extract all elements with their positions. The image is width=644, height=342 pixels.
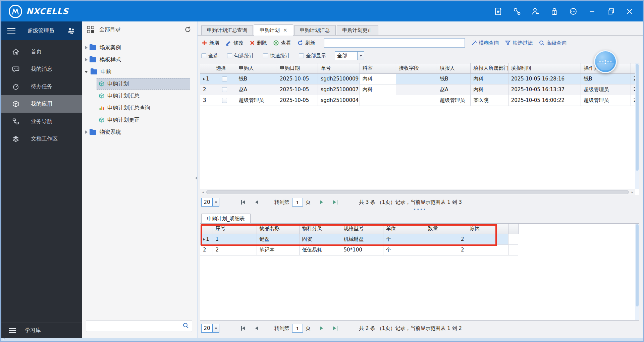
- tree-search-input[interactable]: [86, 321, 182, 332]
- horizontal-scrollbar[interactable]: ◂ ▸: [200, 189, 635, 195]
- chevron-down-icon[interactable]: [85, 71, 88, 73]
- sidebar-item-home[interactable]: 首页: [1, 43, 82, 60]
- more-options-icon[interactable]: [569, 7, 578, 16]
- key-settings-icon[interactable]: [513, 7, 521, 16]
- tab-purchase-plan[interactable]: 申购计划×: [254, 24, 293, 36]
- column-header-fill-time[interactable]: 填报时间: [508, 63, 581, 73]
- page-number-input[interactable]: [292, 324, 303, 333]
- add-button[interactable]: 新增: [201, 40, 219, 46]
- chevron-right-icon[interactable]: [85, 46, 88, 49]
- chevron-right-icon[interactable]: [85, 130, 88, 134]
- quick-search-input[interactable]: [324, 38, 465, 48]
- lock-icon[interactable]: 1: [550, 7, 559, 16]
- column-header-select[interactable]: 选择: [213, 63, 236, 73]
- page-number-input[interactable]: [292, 198, 303, 207]
- sidebar-item-business-nav[interactable]: 业务导航: [1, 113, 82, 130]
- column-header-department[interactable]: 科室: [360, 63, 396, 73]
- column-header-unit[interactable]: 单位: [383, 224, 425, 234]
- column-header-receive-field[interactable]: 接收字段: [396, 63, 437, 73]
- checkbox-icon[interactable]: [263, 53, 268, 58]
- table-row[interactable]: 2 2 笔记本 低值易耗 50*100 个 2: [200, 244, 518, 255]
- splitter-handle[interactable]: ····: [198, 208, 643, 212]
- dropdown-arrow-icon[interactable]: [357, 52, 364, 60]
- sidebar-item-doc-workspace[interactable]: 文档工作区: [1, 130, 82, 148]
- tab-purchase-plan-summary-query[interactable]: 申购计划汇总查询: [201, 25, 253, 35]
- tree-node-template-styles[interactable]: 模板样式: [82, 54, 197, 66]
- quick-stats-checkbox[interactable]: 快速统计: [263, 53, 290, 59]
- switch-role-icon[interactable]: [67, 26, 76, 35]
- table-row[interactable]: 1 钱B 2025-10-05 sgdh25100009 内科 钱B 内科 20…: [200, 73, 639, 84]
- checked-stats-checkbox[interactable]: 勾选统计: [227, 53, 254, 59]
- tree-node-purchase-plan-summary[interactable]: 申购计划汇总: [82, 90, 197, 102]
- scroll-right-icon[interactable]: ▸: [630, 189, 635, 195]
- vertical-scrollbar[interactable]: [635, 224, 639, 320]
- last-page-button[interactable]: [333, 326, 337, 331]
- tab-purchase-plan-correction[interactable]: 申购计划更正: [337, 25, 378, 35]
- advanced-query-button[interactable]: 高级查询: [539, 40, 567, 46]
- checkbox-icon[interactable]: [201, 53, 206, 58]
- column-header-applicant[interactable]: 申购人: [236, 63, 277, 73]
- sidebar-item-messages[interactable]: 我的消息: [1, 60, 82, 78]
- dropdown-arrow-icon[interactable]: [212, 324, 219, 332]
- restore-button[interactable]: [606, 7, 615, 16]
- page-size-select[interactable]: 20: [201, 198, 219, 207]
- filter-button[interactable]: 筛选过滤: [505, 40, 533, 46]
- refresh-button[interactable]: 刷新: [297, 40, 315, 46]
- row-checkbox[interactable]: [222, 98, 227, 103]
- column-header-seq[interactable]: 序号: [213, 224, 257, 234]
- close-button[interactable]: [625, 7, 634, 16]
- log-list-icon[interactable]: [494, 7, 502, 16]
- tree-node-purchase[interactable]: 申购: [82, 66, 197, 78]
- tree-node-material-system[interactable]: 物资系统: [82, 126, 197, 138]
- panel-collapse-icon[interactable]: [195, 176, 197, 180]
- table-row[interactable]: 2 赵A 2025-10-05 sgdh25100007 内科 赵A 内科 20…: [200, 84, 639, 95]
- search-icon[interactable]: [182, 322, 189, 330]
- next-page-button[interactable]: [320, 200, 323, 204]
- row-checkbox[interactable]: [222, 87, 227, 92]
- row-checkbox[interactable]: [222, 76, 227, 81]
- show-all-checkbox[interactable]: 全部显示: [299, 53, 326, 59]
- tree-node-purchase-plan-correction[interactable]: 申购计划更正: [82, 114, 197, 126]
- column-header-date[interactable]: 申购日期: [277, 63, 318, 73]
- page-size-select[interactable]: 20: [201, 324, 219, 333]
- select-all-checkbox[interactable]: 全选: [201, 53, 218, 59]
- prev-page-button[interactable]: [255, 326, 258, 330]
- sidebar-item-learning-library[interactable]: 学习库: [1, 323, 82, 338]
- table-row[interactable]: 3 超级管理员 2025-10-05 sgdh25100004 超级管理员 某医…: [200, 95, 639, 106]
- first-page-button[interactable]: [241, 326, 245, 331]
- column-header-material-type[interactable]: 物料分类: [299, 224, 341, 234]
- view-button[interactable]: 查看: [273, 40, 291, 46]
- scroll-left-icon[interactable]: ◂: [200, 189, 206, 195]
- resize-grip[interactable]: [3, 338, 5, 340]
- column-header-reason[interactable]: 原因: [467, 224, 508, 234]
- edit-button[interactable]: 修改: [225, 40, 244, 46]
- floating-clock-widget[interactable]: --:--: [594, 50, 617, 73]
- checkbox-icon[interactable]: [227, 53, 232, 58]
- delete-button[interactable]: 删除: [250, 40, 267, 46]
- tree-refresh-icon[interactable]: [184, 26, 192, 33]
- column-header-filler-dept[interactable]: 填报人所属部门: [471, 63, 508, 73]
- column-header-filler[interactable]: 填报人: [437, 63, 471, 73]
- tab-close-icon[interactable]: ×: [283, 27, 287, 33]
- tab-purchase-plan-detail[interactable]: 申购计划_明细表: [201, 214, 251, 223]
- tree-node-purchase-plan-summary-query[interactable]: 申购计划汇总查询: [82, 102, 197, 114]
- sidebar-item-todo[interactable]: 待办任务: [1, 78, 82, 95]
- tree-node-purchase-plan[interactable]: 申购计划: [82, 78, 197, 90]
- next-page-button[interactable]: [320, 326, 323, 330]
- checkbox-icon[interactable]: [299, 53, 304, 58]
- column-header-order-no[interactable]: 单号: [318, 63, 360, 73]
- last-page-button[interactable]: [333, 200, 337, 205]
- column-header-quantity[interactable]: 数量: [425, 224, 467, 234]
- fuzzy-query-button[interactable]: 模糊查询: [471, 40, 499, 46]
- dropdown-arrow-icon[interactable]: [212, 198, 219, 206]
- minimize-button[interactable]: [588, 7, 596, 16]
- vertical-scrollbar[interactable]: [635, 63, 639, 189]
- prev-page-button[interactable]: [255, 200, 258, 204]
- switch-user-icon[interactable]: [531, 7, 540, 16]
- tab-purchase-plan-summary[interactable]: 申购计划汇总: [294, 25, 336, 35]
- first-page-button[interactable]: [241, 200, 245, 205]
- menu-toggle-icon[interactable]: [7, 28, 15, 34]
- column-header-spec-model[interactable]: 规格型号: [341, 224, 383, 234]
- scrollbar-thumb[interactable]: [206, 190, 629, 194]
- tree-node-scenario-cases[interactable]: 场景案例: [82, 42, 197, 54]
